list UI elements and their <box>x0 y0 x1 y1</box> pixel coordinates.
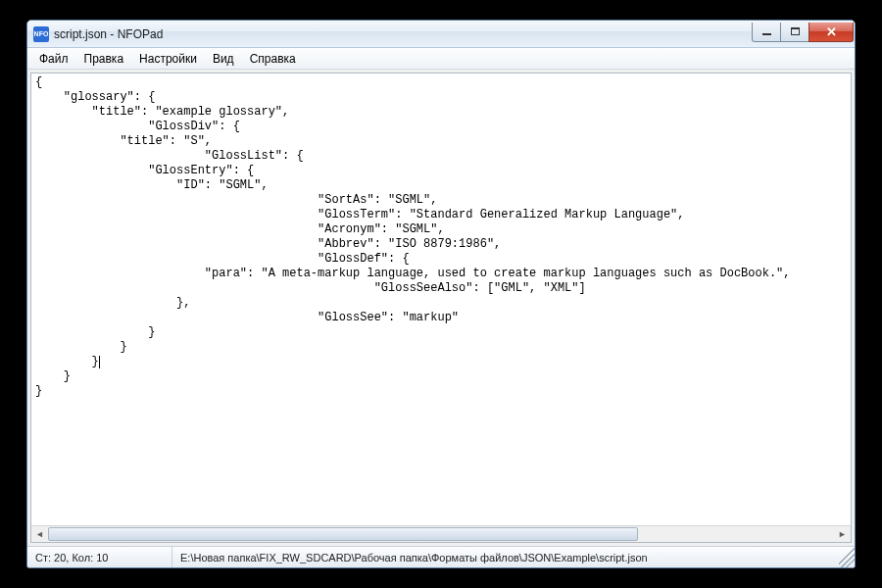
resize-grip-icon[interactable] <box>839 547 855 567</box>
editor-frame: { "glossary": { "title": "example glossa… <box>30 73 852 543</box>
status-filepath: E:\Новая папка\FIX_RW_SDCARD\Рабочая пап… <box>172 547 839 567</box>
app-window: NFO script.json - NFOPad ✕ Файл Правка Н… <box>26 20 856 568</box>
horizontal-scrollbar[interactable]: ◄ ► <box>31 525 851 542</box>
status-position: Ст: 20, Кол: 10 <box>27 547 172 567</box>
menu-view[interactable]: Вид <box>205 50 242 68</box>
menu-edit[interactable]: Правка <box>76 50 132 68</box>
close-button[interactable]: ✕ <box>808 23 854 42</box>
close-icon: ✕ <box>826 24 837 39</box>
menu-settings[interactable]: Настройки <box>131 50 205 68</box>
window-controls: ✕ <box>753 23 854 42</box>
menubar: Файл Правка Настройки Вид Справка <box>27 48 855 70</box>
app-icon: NFO <box>33 26 49 42</box>
titlebar[interactable]: NFO script.json - NFOPad ✕ <box>27 21 855 48</box>
minimize-button[interactable] <box>752 23 781 42</box>
minimize-icon <box>762 33 771 35</box>
scroll-thumb[interactable] <box>48 527 638 541</box>
maximize-icon <box>791 27 800 35</box>
scroll-left-icon[interactable]: ◄ <box>31 526 48 543</box>
editor-scroll[interactable]: { "glossary": { "title": "example glossa… <box>31 74 851 525</box>
editor-container: { "glossary": { "title": "example glossa… <box>27 70 855 546</box>
scroll-track[interactable] <box>48 526 834 542</box>
scroll-right-icon[interactable]: ► <box>834 526 851 543</box>
menu-file[interactable]: Файл <box>31 50 76 68</box>
window-title: script.json - NFOPad <box>54 27 163 41</box>
maximize-button[interactable] <box>780 23 809 42</box>
statusbar: Ст: 20, Кол: 10 E:\Новая папка\FIX_RW_SD… <box>27 546 855 567</box>
menu-help[interactable]: Справка <box>242 50 304 68</box>
text-editor[interactable]: { "glossary": { "title": "example glossa… <box>31 74 851 401</box>
